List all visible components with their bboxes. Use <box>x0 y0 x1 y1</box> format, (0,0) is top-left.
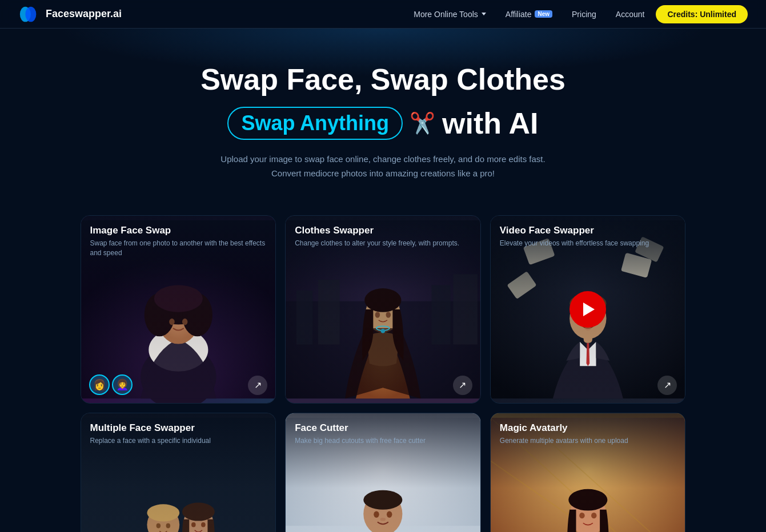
card-image-face-swap[interactable]: Image Face Swap Swap face from one photo… <box>81 215 276 404</box>
nav-links: More Online Tools Affiliate New Pricing … <box>406 5 748 23</box>
logo[interactable]: Faceswapper.ai <box>18 3 122 25</box>
brand-name: Faceswapper.ai <box>46 8 122 20</box>
card-face-cutter[interactable]: Face Cutter Make big head cutouts with f… <box>285 413 481 532</box>
card-arrow-button[interactable]: ↗ <box>248 376 267 395</box>
card-desc: Generate multiple avatars with one uploa… <box>500 436 676 446</box>
nav-pricing[interactable]: Pricing <box>564 6 604 22</box>
card-header: Face Cutter Make big head cutouts with f… <box>286 413 480 449</box>
hero-description: Upload your image to swap face online, c… <box>218 152 549 181</box>
card-clothes-swapper[interactable]: Clothes Swapper Change clothes to alter … <box>285 215 481 404</box>
face-thumb-1: 👩 <box>89 374 110 395</box>
card-title: Video Face Swapper <box>500 225 676 236</box>
card-header: Clothes Swapper Change clothes to alter … <box>286 216 480 252</box>
hero-title: Swap Face, Swap Clothes <box>11 63 755 97</box>
card-title: Face Cutter <box>295 422 471 434</box>
hero-subtitle-row: Swap Anything ✂️ with AI <box>11 106 755 140</box>
card-arrow-button[interactable]: ↗ <box>453 376 472 395</box>
logo-icon <box>18 3 40 25</box>
navbar: Faceswapper.ai More Online Tools Affilia… <box>0 0 766 29</box>
scissors-icon: ✂️ <box>410 111 435 135</box>
card-video-face-swapper[interactable]: Video Face Swapper Elevate your videos w… <box>490 215 686 404</box>
nav-more-tools[interactable]: More Online Tools <box>406 6 494 22</box>
card-title: Clothes Swapper <box>295 225 471 236</box>
card-multiple-face-swapper[interactable]: Multiple Face Swapper Replace a face wit… <box>81 413 276 532</box>
card-title: Magic Avatarly <box>500 422 676 434</box>
tools-grid: Image Face Swap Swap face from one photo… <box>69 215 697 532</box>
card-magic-avatarly[interactable]: Magic Avatarly Generate multiple avatars… <box>490 413 686 532</box>
card-desc: Change clothes to alter your style freel… <box>295 239 471 248</box>
play-icon <box>583 303 595 316</box>
credits-button[interactable]: Credits: Unlimited <box>656 5 748 23</box>
svg-point-1 <box>25 6 36 22</box>
card-title: Multiple Face Swapper <box>90 422 267 434</box>
card-header: Video Face Swapper Elevate your videos w… <box>491 216 685 252</box>
face-thumb-2: 👩‍🦱 <box>112 374 133 395</box>
card-header: Multiple Face Swapper Replace a face wit… <box>81 413 276 449</box>
card-desc: Elevate your videos with effortless face… <box>500 239 676 248</box>
card-desc: Replace a face with a specific individua… <box>90 436 267 446</box>
chevron-down-icon <box>482 13 486 15</box>
hero-section: Swap Face, Swap Clothes Swap Anything ✂️… <box>0 29 766 198</box>
nav-affiliate[interactable]: Affiliate New <box>498 6 560 22</box>
card-faces: 👩 👩‍🦱 <box>89 374 133 395</box>
card-desc: Swap face from one photo to another with… <box>90 239 267 258</box>
card-title: Image Face Swap <box>90 225 267 236</box>
new-badge: New <box>535 10 552 18</box>
card-desc: Make big head cutouts with free face cut… <box>295 436 471 446</box>
card-header: Magic Avatarly Generate multiple avatars… <box>491 413 685 449</box>
hero-title-line2: with AI <box>442 106 539 140</box>
card-header: Image Face Swap Swap face from one photo… <box>81 216 276 261</box>
swap-badge: Swap Anything <box>227 107 403 140</box>
play-button[interactable] <box>570 291 606 328</box>
nav-account[interactable]: Account <box>608 6 653 22</box>
